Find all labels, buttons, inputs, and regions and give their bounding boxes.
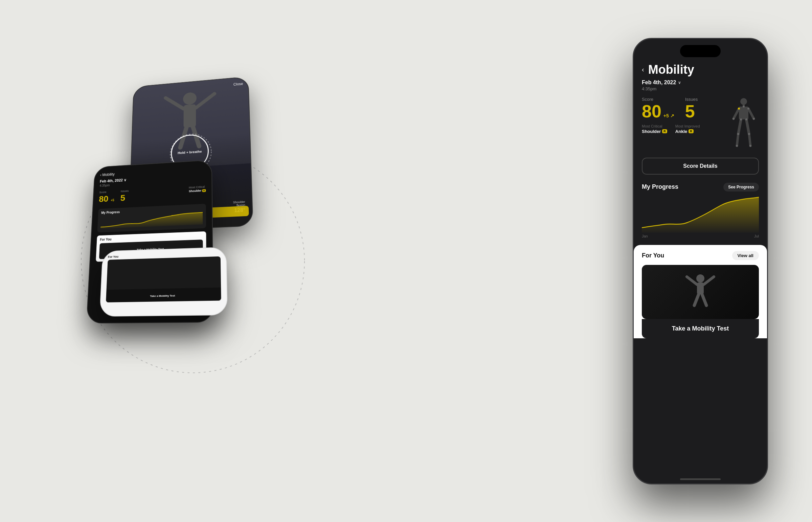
- svg-line-15: [746, 119, 749, 134]
- issues-label: Issues: [685, 97, 698, 102]
- svg-point-19: [747, 107, 749, 109]
- score-details-button[interactable]: Score Details: [642, 158, 759, 175]
- chart-labels: Jan Jul: [642, 234, 759, 238]
- most-critical-block: Most Critical Shoulder R: [642, 124, 667, 134]
- mobility-test-label: Take a Mobility Test: [672, 325, 729, 332]
- stats-row: Score 80 +5 ↗ Issues 5: [642, 97, 728, 120]
- mid-score-block: Score 80 +5: [99, 190, 115, 204]
- body-figure: [728, 97, 759, 151]
- video-inner: [642, 265, 759, 319]
- mid-issues-block: Issues 5: [120, 189, 128, 203]
- my-progress-header: My Progress See Progress: [642, 183, 759, 192]
- mid-critical-value: Shoulder R: [189, 189, 206, 193]
- svg-rect-2: [183, 104, 196, 127]
- svg-point-20: [732, 118, 734, 120]
- view-all-button[interactable]: View all: [732, 251, 759, 260]
- screen-title: Mobility: [648, 63, 694, 77]
- power-button-2: [767, 147, 768, 174]
- date-text[interactable]: Feb 4th, 2022: [642, 80, 676, 86]
- svg-point-28: [696, 274, 705, 282]
- score-delta: +5 ↗: [664, 113, 674, 118]
- most-improved-label: Most Improved: [675, 124, 700, 128]
- close-button[interactable]: Close: [234, 82, 243, 86]
- mid-stats: Score 80 +5 Issues 5 Most Critical: [99, 185, 206, 204]
- svg-line-11: [733, 108, 739, 119]
- svg-rect-10: [739, 106, 748, 119]
- screen-header: ‹ Mobility: [642, 63, 759, 77]
- for-you-header: For You View all: [642, 251, 759, 260]
- left-section: Hold + breathe Close Shoulderflexion 128…: [41, 24, 345, 498]
- svg-line-14: [737, 134, 738, 146]
- time-text: 4:35pm: [642, 86, 759, 91]
- svg-line-16: [749, 134, 750, 146]
- svg-point-23: [745, 118, 747, 120]
- volume-button: [633, 106, 633, 127]
- bot-mobility-card[interactable]: Take a Mobility Test: [106, 256, 221, 302]
- svg-point-18: [738, 107, 740, 109]
- chart-jul-label: Jul: [754, 234, 759, 238]
- svg-point-26: [736, 145, 738, 147]
- most-improved-block: Most Improved Ankle R: [675, 124, 700, 134]
- back-arrow-button[interactable]: ‹: [642, 66, 644, 74]
- see-progress-button[interactable]: See Progress: [723, 183, 759, 192]
- critical-row: Most Critical Shoulder R Most Improved A…: [642, 124, 728, 134]
- mid-score-value: 80 +5: [99, 194, 115, 204]
- svg-point-17: [743, 105, 745, 107]
- video-person-svg: [680, 272, 720, 312]
- mobility-test-banner[interactable]: Take a Mobility Test: [642, 319, 759, 338]
- bot-mobility-label: Take a Mobility Test: [150, 294, 175, 297]
- svg-point-27: [749, 145, 751, 147]
- svg-line-33: [702, 294, 707, 305]
- mid-most-critical: Most Critical Shoulder R: [189, 185, 206, 200]
- svg-line-13: [738, 119, 741, 134]
- dynamic-island: [680, 45, 720, 57]
- svg-line-32: [694, 294, 699, 305]
- issues-value-row: 5: [685, 102, 698, 120]
- score-left: Score 80 +5 ↗ Issues 5: [642, 97, 728, 134]
- for-you-section: For You View all: [634, 245, 767, 338]
- issues-number: 5: [685, 102, 695, 120]
- mid-progress-area: My Progress: [97, 204, 206, 233]
- svg-line-4: [196, 94, 215, 108]
- date-row: Feb 4th, 2022 ∨: [642, 80, 759, 86]
- score-section: Score 80 +5 ↗ Issues 5: [642, 97, 759, 151]
- phone-bot: For You Take a Mobility Test: [100, 247, 228, 316]
- mid-score-delta: +5: [110, 198, 114, 202]
- progress-chart-svg: [642, 196, 759, 233]
- main-scene: Hold + breathe Close Shoulderflexion 128…: [0, 0, 812, 522]
- my-progress-title: My Progress: [642, 183, 678, 190]
- mid-critical-badge: R: [202, 189, 206, 192]
- mid-score-label: Score: [99, 190, 115, 194]
- for-you-title: For You: [642, 252, 664, 259]
- svg-point-24: [737, 133, 739, 135]
- svg-point-25: [748, 133, 750, 135]
- video-card[interactable]: [642, 265, 759, 319]
- score-value-row: 80 +5 ↗: [642, 102, 674, 120]
- svg-point-1: [183, 92, 197, 105]
- most-critical-badge: R: [662, 129, 667, 133]
- mid-issues-value: 5: [120, 193, 128, 203]
- chart-jan-label: Jan: [642, 234, 648, 238]
- svg-line-3: [165, 96, 184, 110]
- home-indicator: [680, 478, 720, 480]
- power-button: [767, 113, 768, 140]
- svg-line-30: [687, 277, 697, 284]
- most-improved-value: Ankle R: [675, 129, 700, 134]
- right-section: ‹ Mobility Feb 4th, 2022 ∨ 4:35pm Score: [629, 24, 771, 498]
- phone-screen: ‹ Mobility Feb 4th, 2022 ∨ 4:35pm Score: [634, 39, 767, 483]
- svg-point-21: [753, 118, 755, 120]
- main-phone: ‹ Mobility Feb 4th, 2022 ∨ 4:35pm Score: [633, 38, 768, 484]
- mid-issues-label: Issues: [121, 189, 129, 193]
- score-number: 80: [642, 102, 662, 120]
- mid-critical-label: Most Critical: [189, 185, 206, 189]
- bot-for-you-title: For You: [108, 255, 118, 258]
- score-label: Score: [642, 97, 674, 102]
- most-improved-badge: R: [689, 129, 694, 133]
- mid-title: Mobility: [102, 172, 115, 177]
- most-critical-value: Shoulder R: [642, 129, 667, 134]
- svg-line-12: [748, 108, 754, 119]
- chevron-down-icon[interactable]: ∨: [678, 80, 681, 85]
- score-block: Score 80 +5 ↗: [642, 97, 674, 120]
- issues-block: Issues 5: [685, 97, 698, 120]
- svg-point-8: [740, 98, 747, 105]
